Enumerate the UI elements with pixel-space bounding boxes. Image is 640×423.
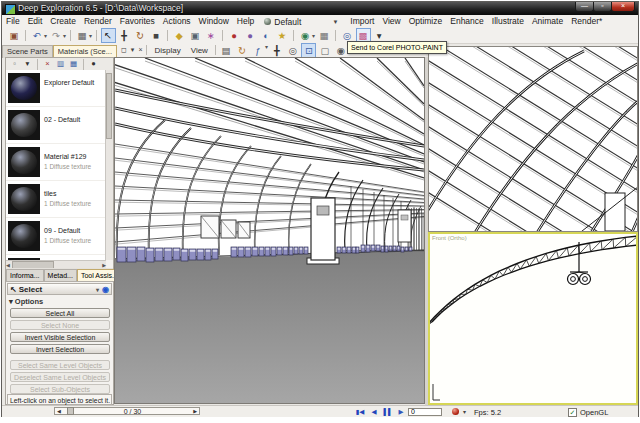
menu-illustrate[interactable]: Illustrate (488, 15, 528, 28)
material-item[interactable]: Material #1291 Diffuse texture (6, 144, 106, 181)
material-sphere-icon (11, 76, 37, 100)
dock-control-icon[interactable]: ◻ (119, 46, 129, 54)
viewport-menu-view[interactable]: View (186, 46, 213, 55)
frame-prev-icon[interactable]: ◀ (55, 408, 63, 414)
material-menu-icon[interactable]: ▾ (22, 58, 34, 70)
pan-icon[interactable]: ╋ (269, 43, 284, 58)
viewport-menu-display[interactable]: Display (149, 46, 185, 55)
dropdown-arrow-icon[interactable]: ▾ (44, 32, 47, 39)
menu-optimize[interactable]: Optimize (405, 15, 447, 28)
camera-tool-icon[interactable]: ▣ (188, 28, 203, 43)
zoom-region-icon[interactable]: ⊡ (301, 43, 316, 58)
toolbar-separator (167, 30, 168, 41)
chevron-down-icon[interactable]: ▾ (463, 408, 466, 415)
tab-top-0[interactable]: Scene Parts (2, 45, 53, 58)
material-sphere-icon[interactable]: ● (243, 28, 258, 43)
material-item[interactable]: Explorer Default (6, 70, 106, 107)
favorites-star-icon[interactable]: ★ (275, 28, 290, 43)
menu-create[interactable]: Create (46, 15, 80, 28)
dock-control-icon[interactable]: ▾ (129, 46, 137, 54)
tool-button-invert-selection[interactable]: Invert Selection (10, 344, 110, 354)
tool-button-select-all[interactable]: Select All (10, 308, 110, 318)
materials-list[interactable]: Explorer Default02 - DefaultMaterial #12… (6, 70, 107, 260)
select-tool-icon[interactable]: ↖ (101, 28, 116, 43)
dropdown-arrow-icon[interactable]: ▾ (265, 43, 268, 58)
material-item[interactable]: tiles1 Diffuse texture (6, 181, 106, 218)
publish-icon[interactable]: ◉ (298, 28, 313, 43)
material-thumbnail (8, 184, 40, 214)
orbit-icon[interactable]: ↻ (234, 43, 249, 58)
menu-enhance[interactable]: Enhance (446, 15, 488, 28)
menu-file[interactable]: File (2, 15, 24, 28)
close-button[interactable]: × (611, 2, 635, 12)
pause-icon[interactable]: ▌▌ (382, 407, 394, 416)
timeline-scrubber[interactable]: ◀ 0 / 30 ▶ (54, 407, 200, 415)
move-tool-icon[interactable]: ╋ (117, 28, 132, 43)
tab-bottom-0[interactable]: Informa... (6, 269, 44, 281)
tab-top-1[interactable]: Materials (Sce... (53, 45, 117, 58)
material-name: Explorer Default (44, 79, 94, 86)
opengl-checkbox[interactable]: ✓ (568, 408, 577, 417)
profile-combo[interactable]: Default ▼ (264, 17, 338, 27)
tool-button-invert-visible-selection[interactable]: Invert Visible Selection (10, 332, 110, 342)
viewport-top-right[interactable] (428, 46, 638, 232)
material-item[interactable]: 02 - Default (6, 107, 106, 144)
menu-animate[interactable]: Animate (528, 15, 567, 28)
redo-icon[interactable]: ↷ (49, 28, 64, 43)
dropdown-arrow-icon[interactable]: ▾ (312, 32, 315, 39)
scale-tool-icon[interactable]: ■ (149, 28, 164, 43)
vertical-scrollbar[interactable] (105, 70, 113, 260)
material-sphere-icon (11, 113, 37, 137)
maximize-button[interactable]: ▫ (593, 2, 612, 12)
tab-bottom-1[interactable]: Metad... (44, 269, 77, 281)
undo-icon[interactable]: ↶ (30, 28, 45, 43)
viewport-main[interactable] (114, 57, 425, 404)
viewport-layout-icon[interactable]: ▦ (75, 28, 90, 43)
fly-icon[interactable]: ƒ (250, 43, 265, 58)
large-thumbs-icon[interactable]: ▦ (68, 58, 80, 70)
new-material-icon[interactable]: ▫ (9, 58, 21, 70)
menu-view[interactable]: View (378, 15, 404, 28)
viewport-bottom-right[interactable]: Front (Ortho) (428, 232, 638, 405)
small-thumbs-icon[interactable]: ▥ (55, 58, 67, 70)
paint-tool-icon[interactable]: ∗ (204, 28, 219, 43)
menu-actions[interactable]: Actions (159, 15, 195, 28)
scroll-thumb[interactable] (106, 73, 112, 139)
tool-info-icon[interactable]: ◉ (102, 285, 109, 294)
minimize-button[interactable]: — (575, 2, 594, 12)
options-header[interactable]: ▾ Options (9, 297, 43, 306)
preview-sphere-icon[interactable]: ● (88, 58, 100, 70)
toolbar-separator (335, 30, 336, 41)
texture-icon[interactable]: ◐ (259, 28, 274, 43)
skip-start-icon[interactable]: ▮◀ (354, 407, 366, 416)
scene-thumbnail-icon[interactable]: ▣ (7, 28, 22, 43)
dropdown-arrow-icon[interactable]: ▾ (63, 32, 66, 39)
dropdown-arrow-icon[interactable]: ▾ (89, 32, 92, 39)
timeline-handle[interactable] (67, 407, 74, 415)
tool-header[interactable]: ↖ Select ▾◉ (7, 283, 112, 295)
zoom-icon[interactable]: ◎ (285, 43, 300, 58)
chevron-down-icon[interactable]: ▾ (96, 286, 99, 293)
delete-material-icon[interactable]: × (42, 58, 54, 70)
menu-render[interactable]: Render* (567, 15, 606, 28)
menu-edit[interactable]: Edit (24, 15, 47, 28)
rotate-tool-icon[interactable]: ↻ (133, 28, 148, 43)
grid-snap-icon[interactable]: ▦ (317, 28, 332, 43)
select-region-icon[interactable]: ▢ (317, 43, 332, 58)
render-sphere-icon[interactable]: ● (227, 28, 242, 43)
light-tool-icon[interactable]: ◆ (172, 28, 187, 43)
frame-number-input[interactable] (408, 408, 442, 416)
render-sphere-icon[interactable] (452, 408, 459, 415)
dock-control-icon[interactable]: × (136, 46, 144, 54)
menu-help[interactable]: Help (233, 15, 258, 28)
menu-render[interactable]: Render (80, 15, 116, 28)
title-bar[interactable]: Deep Exploration 6.5 - [D:\Data\Workspac… (2, 2, 638, 15)
material-item[interactable]: 09 - Default1 Diffuse texture (6, 218, 106, 255)
step-back-icon[interactable]: ◀ (368, 407, 380, 416)
menu-import[interactable]: Import (346, 15, 378, 28)
menu-favorites[interactable]: Favorites (116, 15, 159, 28)
frame-next-icon[interactable]: ▶ (191, 408, 199, 414)
save-view-icon[interactable]: ▤ (218, 43, 233, 58)
menu-window[interactable]: Window (195, 15, 233, 28)
play-icon[interactable]: ▶ (395, 407, 407, 416)
